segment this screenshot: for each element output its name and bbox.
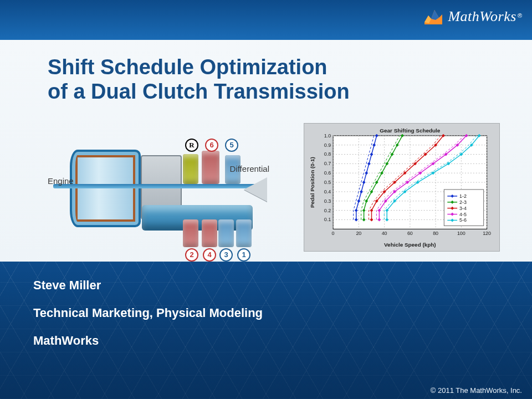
svg-text:2-3: 2-3 bbox=[459, 200, 467, 205]
author-org: MathWorks bbox=[33, 334, 99, 348]
svg-text:1.0: 1.0 bbox=[324, 133, 331, 139]
differential-label: Differential bbox=[230, 164, 269, 173]
gear-2-icon bbox=[183, 219, 198, 247]
gear-marker-3: 3 bbox=[219, 248, 233, 262]
lower-band: Steve Miller Technical Marketing, Physic… bbox=[0, 262, 532, 399]
svg-text:Vehicle Speed (kph): Vehicle Speed (kph) bbox=[384, 242, 436, 248]
svg-text:120: 120 bbox=[483, 231, 491, 236]
copyright-text: © 2011 The MathWorks, Inc. bbox=[431, 386, 522, 395]
bell-housing-icon bbox=[70, 150, 141, 227]
svg-text:0: 0 bbox=[332, 231, 335, 236]
gear-4-icon bbox=[202, 219, 217, 247]
svg-text:0.6: 0.6 bbox=[324, 170, 331, 176]
svg-text:0.2: 0.2 bbox=[324, 208, 331, 213]
mathworks-logo-icon bbox=[423, 8, 443, 25]
svg-text:1-2: 1-2 bbox=[459, 193, 467, 199]
engine-label: Engine bbox=[48, 176, 74, 186]
gear-1-icon bbox=[236, 219, 252, 247]
author-role: Technical Marketing, Physical Modeling bbox=[33, 306, 263, 320]
svg-text:0.8: 0.8 bbox=[324, 152, 331, 157]
svg-text:0.9: 0.9 bbox=[324, 142, 331, 148]
svg-text:3-4: 3-4 bbox=[459, 206, 467, 211]
svg-text:0.5: 0.5 bbox=[324, 180, 331, 185]
gear-marker-2: 2 bbox=[185, 248, 198, 262]
gear-marker-6: 6 bbox=[205, 139, 218, 152]
slide: MathWorks® Shift Schedule Optimization o… bbox=[0, 0, 532, 399]
brand: MathWorks® bbox=[423, 8, 522, 25]
gear-marker-1: 1 bbox=[237, 248, 250, 262]
gear-marker-r: R bbox=[185, 139, 198, 152]
svg-text:5-6: 5-6 bbox=[459, 217, 467, 223]
input-shaft-icon bbox=[53, 184, 258, 188]
gear-r-icon bbox=[183, 154, 198, 184]
svg-text:Pedal Position (0-1): Pedal Position (0-1) bbox=[309, 157, 315, 208]
content-area: Shift Schedule Optimization of a Dual Cl… bbox=[0, 40, 532, 262]
transmission-illustration: Engine Differential R 6 5 2 4 3 1 bbox=[48, 123, 264, 249]
svg-text:40: 40 bbox=[382, 231, 387, 236]
svg-text:60: 60 bbox=[407, 231, 413, 236]
svg-text:0.3: 0.3 bbox=[324, 198, 331, 204]
gear-3-icon bbox=[218, 219, 234, 247]
svg-text:0.7: 0.7 bbox=[324, 161, 331, 166]
chart-svg: 0204060801001200.10.20.30.40.50.60.70.80… bbox=[306, 126, 497, 249]
title-line-1: Shift Schedule Optimization bbox=[48, 55, 510, 80]
brand-name: MathWorks® bbox=[448, 8, 522, 25]
svg-text:100: 100 bbox=[457, 231, 466, 236]
title-line-2: of a Dual Clutch Transmission bbox=[48, 80, 510, 104]
svg-text:0.1: 0.1 bbox=[324, 217, 331, 222]
gear-marker-5: 5 bbox=[225, 139, 238, 152]
shift-schedule-chart: 0204060801001200.10.20.30.40.50.60.70.80… bbox=[304, 123, 500, 252]
author-name: Steve Miller bbox=[33, 278, 101, 293]
page-title: Shift Schedule Optimization of a Dual Cl… bbox=[48, 55, 510, 104]
brand-name-text: MathWorks bbox=[448, 8, 516, 24]
svg-text:80: 80 bbox=[433, 231, 438, 236]
svg-text:0.4: 0.4 bbox=[324, 189, 331, 195]
svg-text:4-5: 4-5 bbox=[459, 212, 467, 217]
top-band: MathWorks® bbox=[0, 0, 532, 40]
gear-marker-4: 4 bbox=[203, 248, 216, 262]
differential-icon bbox=[244, 177, 267, 202]
svg-text:Gear Shifting Schedule: Gear Shifting Schedule bbox=[380, 127, 440, 134]
gear-6-icon bbox=[202, 151, 219, 184]
brand-registered: ® bbox=[518, 12, 522, 19]
svg-text:20: 20 bbox=[356, 231, 361, 236]
